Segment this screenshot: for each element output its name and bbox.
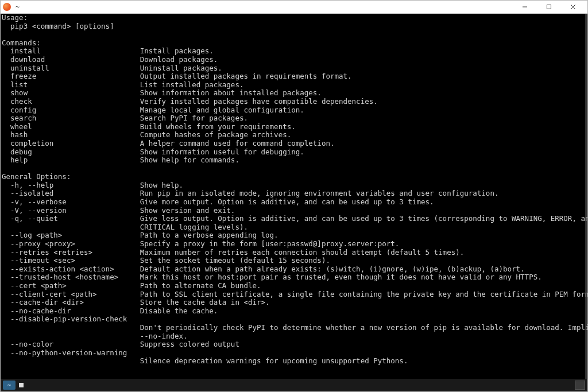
- taskbar-item-terminal[interactable]: ~: [3, 381, 16, 390]
- window-controls: [513, 1, 585, 13]
- titlebar-left: ~: [3, 3, 20, 11]
- svg-rect-0: [547, 5, 551, 9]
- taskbar-tray-item[interactable]: [575, 381, 585, 390]
- terminal-output: Usage: pip3 <command> [options] Commands…: [1, 14, 587, 366]
- maximize-button[interactable]: [537, 1, 561, 13]
- close-button[interactable]: [561, 1, 585, 13]
- scrollbar[interactable]: [585, 14, 587, 379]
- window-title: ~: [16, 3, 20, 11]
- ubuntu-icon: [3, 3, 11, 11]
- titlebar[interactable]: ~: [1, 1, 587, 14]
- scrollbar-thumb[interactable]: [585, 14, 587, 379]
- terminal[interactable]: Usage: pip3 <command> [options] Commands…: [1, 14, 587, 391]
- taskbar: ~: [1, 379, 587, 391]
- terminal-icon: ~: [7, 382, 11, 389]
- minimize-button[interactable]: [513, 1, 537, 13]
- app-window: ~ Usage: pip3 <command> [options] Comman…: [0, 0, 588, 392]
- taskbar-cursor-block: [19, 383, 24, 387]
